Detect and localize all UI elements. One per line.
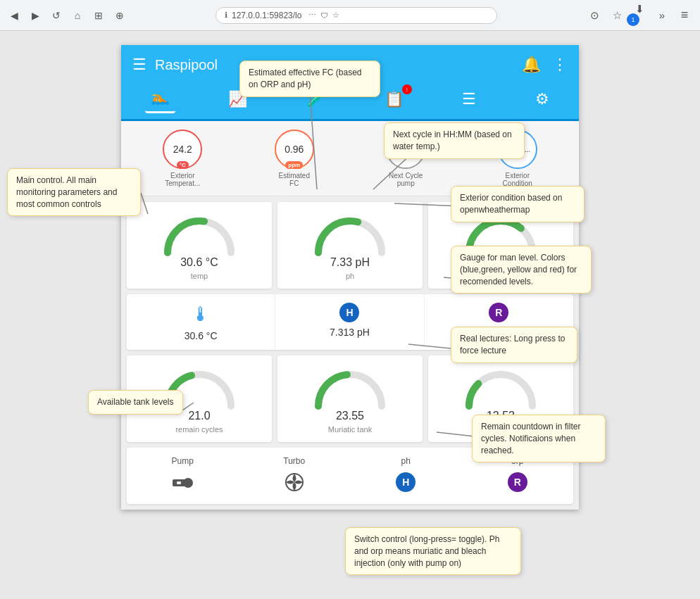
r-control-badge: R [508, 472, 527, 492]
tab-notification-badge: ! [402, 84, 412, 94]
download-badge: 1 [627, 13, 639, 26]
remain-value: 21.0 [188, 410, 210, 422]
sensor-temp: 🌡 30.6 °C [127, 294, 275, 350]
turbo-icon[interactable] [239, 472, 351, 493]
controls-icons: H R [127, 469, 573, 501]
bell-icon[interactable]: 🔔 [522, 56, 541, 74]
temp-gauge-value: 30.6 °C [180, 256, 218, 269]
gauge-temp: 30.6 °C temp [127, 202, 272, 289]
tooltip-switch-control: Switch control (long-press= toggle). Ph … [345, 527, 521, 575]
svg-point-1 [183, 478, 193, 488]
sensor-temp-value: 30.6 °C [185, 330, 218, 341]
tooltip-remain-countdown: Remain countdown in filter cycles. Notif… [472, 415, 606, 462]
browser-chrome: ◀ ▶ ↺ ⌂ ⊞ ⊕ ℹ 127.0.0.1:59823/lo ⋯ 🛡 ☆ ⊙… [0, 0, 700, 31]
star-icon[interactable]: ☆ [607, 6, 627, 25]
fc-label: Estimated FC [273, 172, 315, 187]
sensor-ph: H 7.313 pH [275, 294, 424, 350]
remain-label: remain cycles [175, 425, 223, 434]
muriatic-gauge-svg [311, 364, 389, 410]
svg-rect-2 [177, 481, 181, 484]
header-right: 🔔 ⋮ [522, 56, 568, 74]
control-label-turbo: Turbo [239, 456, 351, 466]
browser-actions: ⊙ ☆ ⬇ 1 » ≡ [585, 0, 694, 32]
header-left: ☰ Raspipool [132, 56, 218, 74]
overflow-button[interactable]: » [652, 6, 672, 25]
ph-gauge-svg [311, 210, 389, 256]
temp-gauge-label: temp [191, 272, 208, 280]
temp-badge: °C [177, 161, 189, 169]
status-temp: 24.2 °C Exterior Temperat... [161, 130, 204, 187]
control-label-ph: ph [350, 456, 462, 466]
status-fc: 0.96 ppm Estimated FC [273, 130, 315, 187]
back-button[interactable]: ◀ [6, 7, 23, 24]
tooltip-gauge-colors: Gauge for man level. Colors (blue,green,… [451, 246, 592, 294]
tooltip-real-lectures: Real lectures: Long press to force lectu… [451, 327, 577, 363]
temp-label: Exterior Temperat... [161, 172, 204, 187]
forward-button[interactable]: ▶ [27, 7, 44, 24]
h-control-badge: H [396, 472, 415, 492]
ph-control-icon[interactable]: H [350, 472, 462, 493]
bleach-gauge-svg [462, 364, 539, 410]
bookmarks-button[interactable]: ⊞ [90, 7, 107, 24]
r-badge-icon: R [489, 303, 508, 322]
orp-control-icon[interactable]: R [462, 472, 574, 493]
control-label-pump: Pump [127, 456, 239, 466]
address-bar[interactable]: ℹ 127.0.0.1:59823/lo ⋯ 🛡 ☆ [215, 7, 497, 24]
tank-muriatic: 23.55 Muriatic tank [277, 355, 423, 442]
next-cycle-label: Next Cycle pump [385, 172, 427, 187]
app-title: Raspipool [155, 57, 218, 73]
fc-value: 0.96 [285, 144, 304, 155]
sensor-ph-value: 7.313 pH [330, 327, 370, 338]
dots-icon[interactable]: ⋮ [552, 56, 568, 74]
temp-value: 24.2 [173, 144, 192, 155]
tab-list[interactable]: ☰ [456, 87, 482, 113]
page-wrapper: ☰ Raspipool 🔔 ⋮ 🏊 📈 🧪 📋 ! ☰ ⚙ 24 [0, 31, 700, 524]
ph-gauge-value: 7.33 pH [330, 256, 370, 269]
address-text: 127.0.0.1:59823/lo [232, 11, 301, 20]
tooltip-tank-levels: Available tank levels [88, 390, 183, 415]
muriatic-label: Muriatic tank [328, 425, 372, 434]
h-badge-icon: H [339, 303, 359, 322]
exterior-label: Exterior Condition [496, 172, 539, 187]
save-icon[interactable]: ⊙ [585, 6, 604, 25]
fc-badge: ppm [285, 161, 303, 169]
tooltip-estimated-fc: Estimated effective FC (based on ORP and… [239, 61, 380, 97]
temp-circle: 24.2 °C [163, 130, 202, 169]
browser-menu-button[interactable]: ≡ [675, 6, 694, 25]
refresh-button[interactable]: ↺ [48, 7, 65, 24]
thermometer-icon: 🌡 [191, 303, 211, 326]
fc-circle: 0.96 ppm [275, 130, 314, 169]
tab-settings[interactable]: ⚙ [530, 87, 555, 113]
tooltip-next-cycle: Next cycle in HH:MM (based on water temp… [384, 122, 525, 159]
tab-pool[interactable]: 🏊 [145, 87, 175, 113]
pump-icon[interactable] [127, 472, 239, 493]
ph-gauge-label: ph [346, 272, 354, 280]
home-button[interactable]: ⌂ [69, 7, 86, 24]
hamburger-icon[interactable]: ☰ [132, 56, 146, 74]
temp-gauge-svg [161, 210, 238, 256]
tab-log[interactable]: 📋 ! [379, 87, 409, 113]
gauge-ph: 7.33 pH ph [277, 202, 423, 289]
tooltip-exterior-condition: Exterior condition based on openwheather… [451, 186, 585, 222]
muriatic-value: 23.55 [336, 410, 364, 422]
tooltip-main-control: Main control. All main monitoring parame… [7, 168, 141, 216]
extensions-button[interactable]: ⊕ [111, 7, 128, 24]
